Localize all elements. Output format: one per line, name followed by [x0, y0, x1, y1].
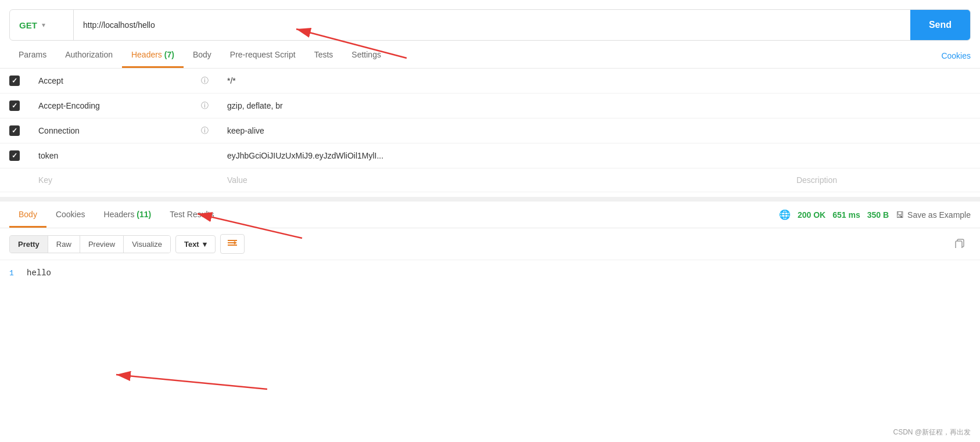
svg-line-8: [116, 375, 267, 389]
line-number-1: 1: [9, 269, 27, 278]
key-cell-accept: Accept: [29, 69, 192, 94]
response-tab-headers[interactable]: Headers (11): [95, 202, 161, 228]
method-label: GET: [19, 20, 37, 30]
info-cell-connection[interactable]: ⓘ: [192, 118, 218, 143]
status-time: 651 ms: [832, 210, 860, 220]
checkbox-token[interactable]: [9, 150, 20, 161]
save-example-button[interactable]: 🖫 Save as Example: [896, 210, 971, 220]
key-cell-token: token: [29, 143, 192, 168]
format-btn-preview[interactable]: Preview: [80, 236, 124, 253]
method-selector[interactable]: GET ▾: [10, 10, 74, 40]
response-tab-cookies[interactable]: Cookies: [46, 202, 95, 228]
tab-settings[interactable]: Settings: [342, 43, 390, 68]
request-tabs-row: Params Authorization Headers (7) Body Pr…: [0, 43, 980, 69]
send-button[interactable]: Send: [910, 10, 970, 40]
response-line-1: 1 hello: [0, 267, 980, 279]
checkbox-cell[interactable]: [0, 94, 29, 118]
footer-text: CSDN @新征程，再出发: [893, 428, 971, 436]
info-cell-token: [192, 143, 218, 168]
tab-authorization[interactable]: Authorization: [56, 43, 122, 68]
header-row-accept: Accept ⓘ */*: [0, 69, 980, 94]
url-input[interactable]: [74, 10, 910, 40]
headers-table: Accept ⓘ */* Accept-Encoding ⓘ gzip, def…: [0, 69, 980, 192]
format-btn-visualize[interactable]: Visualize: [124, 236, 170, 253]
checkbox-cell[interactable]: [0, 118, 29, 143]
value-cell-connection: keep-alive: [218, 118, 787, 143]
method-dropdown-icon: ▾: [42, 21, 45, 29]
checkbox-cell[interactable]: [0, 143, 29, 168]
text-dropdown[interactable]: Text ▾: [175, 235, 216, 253]
response-tab-testresults[interactable]: Test Results: [160, 202, 223, 228]
desc-cell-encoding: [787, 94, 980, 118]
tab-params[interactable]: Params: [9, 43, 56, 68]
header-row-connection: Connection ⓘ keep-alive: [0, 118, 980, 143]
globe-icon: 🌐: [779, 209, 791, 220]
wrap-button[interactable]: [220, 234, 245, 254]
desc-placeholder[interactable]: Description: [787, 168, 980, 192]
info-icon-encoding: ⓘ: [201, 101, 209, 110]
tab-body[interactable]: Body: [184, 43, 221, 68]
checkbox-cell-empty: [0, 168, 29, 192]
response-meta: 🌐 200 OK 651 ms 350 B 🖫 Save as Example: [779, 209, 971, 220]
value-cell-token: eyJhbGciOiJIUzUxMiJ9.eyJzdWliOil1MylI...: [218, 143, 787, 168]
checkbox-accept[interactable]: [9, 76, 20, 86]
header-row-encoding: Accept-Encoding ⓘ gzip, deflate, br: [0, 94, 980, 118]
tab-tests[interactable]: Tests: [305, 43, 343, 68]
format-toolbar: Pretty Raw Preview Visualize Text ▾: [0, 228, 980, 260]
tab-prerequest[interactable]: Pre-request Script: [221, 43, 305, 68]
key-placeholder[interactable]: Key: [29, 168, 192, 192]
format-btn-group: Pretty Raw Preview Visualize: [9, 235, 171, 253]
info-cell-accept[interactable]: ⓘ: [192, 69, 218, 94]
status-ok: 200 OK: [798, 210, 825, 220]
url-bar: GET ▾ Send: [9, 9, 971, 41]
format-btn-raw[interactable]: Raw: [48, 236, 80, 253]
footer: CSDN @新征程，再出发: [893, 427, 971, 437]
desc-cell-token: [787, 143, 980, 168]
save-icon: 🖫: [896, 210, 904, 220]
checkbox-encoding[interactable]: [9, 100, 20, 111]
response-tab-body[interactable]: Body: [9, 202, 46, 228]
tab-cookies[interactable]: Cookies: [941, 44, 971, 67]
dropdown-arrow-icon: ▾: [203, 240, 207, 249]
info-cell-encoding[interactable]: ⓘ: [192, 94, 218, 118]
line-content-1: hello: [27, 268, 51, 278]
header-row-empty: Key Value Description: [0, 168, 980, 192]
copy-button[interactable]: [949, 234, 971, 254]
response-section: Body Cookies Headers (11) Test Results 🌐…: [0, 197, 980, 286]
key-cell-encoding: Accept-Encoding: [29, 94, 192, 118]
info-icon-connection: ⓘ: [201, 126, 209, 135]
desc-cell-connection: [787, 118, 980, 143]
info-icon-accept: ⓘ: [201, 76, 209, 85]
header-row-token: token eyJhbGciOiJIUzUxMiJ9.eyJzdWliOil1M…: [0, 143, 980, 168]
response-tabs-row: Body Cookies Headers (11) Test Results 🌐…: [0, 202, 980, 228]
checkbox-cell[interactable]: [0, 69, 29, 94]
value-cell-accept: */*: [218, 69, 787, 94]
checkbox-connection[interactable]: [9, 125, 20, 136]
status-size: 350 B: [867, 210, 889, 220]
key-cell-connection: Connection: [29, 118, 192, 143]
format-btn-pretty[interactable]: Pretty: [10, 236, 48, 253]
value-placeholder[interactable]: Value: [218, 168, 787, 192]
main-container: GET ▾ Send Params Authorization Headers …: [0, 0, 980, 442]
value-cell-encoding: gzip, deflate, br: [218, 94, 787, 118]
desc-cell-accept: [787, 69, 980, 94]
tab-headers[interactable]: Headers (7): [122, 43, 184, 68]
svg-rect-4: [956, 241, 962, 248]
response-body: 1 hello: [0, 260, 980, 286]
